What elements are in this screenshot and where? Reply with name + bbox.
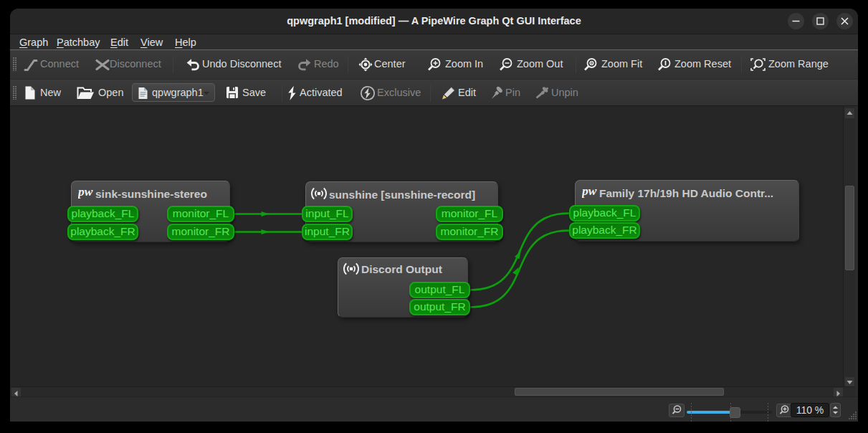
svg-text:pw: pw (78, 185, 93, 199)
svg-text:pw: pw (582, 184, 597, 198)
